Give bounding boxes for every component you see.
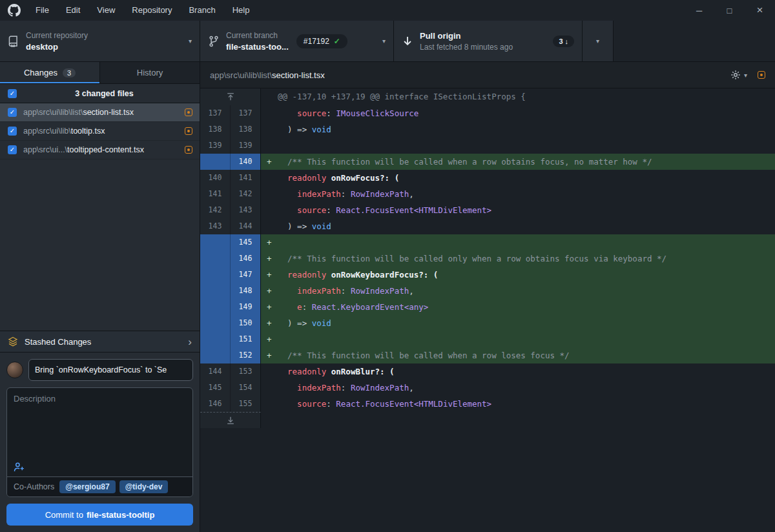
stashed-changes-label: Stashed Changes — [25, 337, 91, 347]
changed-files-label: 3 changed files — [17, 89, 192, 98]
pull-dropdown-button[interactable]: ▾ — [583, 21, 614, 61]
file-row[interactable]: ✓app\src\ui\lib\tooltip.tsx — [0, 122, 200, 141]
diff-line[interactable]: 150+ ) => void — [200, 315, 775, 331]
code-line: ) => void — [278, 218, 775, 234]
commit-description-input[interactable] — [7, 388, 192, 460]
tab-history[interactable]: History — [100, 62, 200, 83]
diff-marker: + — [261, 234, 278, 251]
commit-button[interactable]: Commit tofile-status-tooltip — [6, 504, 193, 526]
pull-origin-title: Pull origin — [420, 31, 513, 41]
diff-line[interactable]: 140+ /** This function will be called wh… — [200, 154, 775, 170]
diff-marker — [261, 138, 278, 154]
diff-line[interactable]: 147+ readonly onRowKeyboardFocus?: ( — [200, 267, 775, 283]
new-line-number: 139 — [231, 138, 261, 154]
menu-help[interactable]: Help — [224, 0, 258, 21]
diff-line[interactable]: 151+ — [200, 331, 775, 347]
pull-count-badge: 3↓ — [553, 36, 574, 47]
old-line-number — [200, 251, 231, 267]
window-controls: ─□× — [684, 0, 775, 21]
branch-switcher[interactable]: Current branch file-status-too... #17192… — [200, 21, 394, 61]
diff-marker: + — [261, 283, 278, 299]
diff-options-button[interactable]: ▾ — [730, 70, 747, 80]
diff-file-header: app\src\ui\lib\list\section-list.tsx ▾ — [200, 62, 775, 88]
file-row[interactable]: ✓app\src\ui\lib\list\section-list.tsx — [0, 103, 200, 122]
diff-line[interactable]: 144153 readonly onRowBlur?: ( — [200, 363, 775, 380]
tab-changes[interactable]: Changes3 — [0, 62, 100, 83]
expand-up-button[interactable] — [200, 88, 261, 105]
file-row[interactable]: ✓app\src\ui...\tooltipped-content.tsx — [0, 141, 200, 159]
diff-line[interactable]: 142143 source: React.FocusEvent<HTMLDivE… — [200, 202, 775, 218]
code-line: /** This function will be called when a … — [278, 154, 775, 170]
code-line: source: React.FocusEvent<HTMLDivElement> — [278, 202, 775, 218]
diff-marker — [261, 202, 278, 218]
maximize-button[interactable]: □ — [714, 0, 745, 21]
file-checkbox[interactable]: ✓ — [8, 108, 17, 117]
menu-branch[interactable]: Branch — [180, 0, 223, 21]
menu-repository[interactable]: Repository — [123, 0, 180, 21]
diff-marker: + — [261, 299, 278, 315]
pull-origin-button[interactable]: Pull origin Last fetched 8 minutes ago 3… — [394, 21, 583, 61]
menu-view[interactable]: View — [88, 0, 123, 21]
file-path: app\src\ui\lib\tooltip.tsx — [23, 127, 185, 136]
diff-hunk-header[interactable]: @@ -137,10 +137,19 @@ interface ISection… — [200, 88, 775, 105]
diff-line[interactable]: 152+ /** This function will be called wh… — [200, 347, 775, 363]
diff-line[interactable]: 141142 indexPath: RowIndexPath, — [200, 186, 775, 202]
diff-line[interactable]: 137137 source: IMouseClickSource — [200, 105, 775, 121]
github-desktop-window: FileEditViewRepositoryBranchHelp ─□× Cur… — [0, 0, 775, 532]
add-coauthor-icon[interactable] — [14, 462, 186, 473]
diff-line[interactable]: 145+ — [200, 234, 775, 251]
file-checkbox[interactable]: ✓ — [8, 145, 17, 154]
diff-file-dir: app\src\ui\lib\list\ — [210, 70, 272, 80]
coauthor-badge[interactable]: @sergiou87 — [59, 480, 115, 493]
diff-line[interactable]: 143144 ) => void — [200, 218, 775, 234]
diff-marker — [261, 363, 278, 380]
old-line-number — [200, 234, 231, 251]
diff-line[interactable]: 145154 indexPath: RowIndexPath, — [200, 380, 775, 396]
diff-line[interactable]: 146155 source: React.FocusEvent<HTMLDivE… — [200, 396, 775, 412]
menu-edit[interactable]: Edit — [57, 0, 88, 21]
diff-line[interactable]: 148+ indexPath: RowIndexPath, — [200, 283, 775, 299]
old-line-number: 145 — [200, 380, 231, 396]
coauthor-badge[interactable]: @tidy-dev — [119, 480, 169, 493]
code-line: indexPath: RowIndexPath, — [278, 186, 775, 202]
old-line-number: 139 — [200, 138, 231, 154]
expand-down-button[interactable] — [200, 412, 261, 428]
diff-line[interactable]: 146+ /** This function will be called on… — [200, 251, 775, 267]
repo-icon — [8, 36, 19, 47]
pr-status-badge[interactable]: #17192 ✓ — [296, 34, 347, 48]
new-line-number: 143 — [231, 202, 261, 218]
hunk-header-text: @@ -137,10 +137,19 @@ interface ISection… — [278, 88, 775, 105]
commit-summary-input[interactable] — [28, 359, 193, 381]
repository-label: Current repository — [26, 31, 88, 40]
branch-name: file-status-too... — [226, 42, 289, 52]
old-line-number: 137 — [200, 105, 231, 121]
code-line: /** This function will be called when a … — [278, 347, 775, 363]
new-line-number: 152 — [231, 347, 261, 363]
changes-count-badge: 3 — [63, 68, 76, 77]
old-line-number: 140 — [200, 170, 231, 186]
new-line-number: 151 — [231, 331, 261, 347]
diff-line[interactable]: 139139 — [200, 138, 775, 154]
minimize-button[interactable]: ─ — [684, 0, 714, 21]
old-line-number: 143 — [200, 218, 231, 234]
select-all-checkbox[interactable]: ✓ — [8, 89, 17, 98]
diff-file-name: section-list.tsx — [272, 70, 325, 80]
stashed-changes-row[interactable]: Stashed Changes › — [0, 331, 200, 353]
commit-form: Co-Authors @sergiou87@tidy-dev Commit to… — [0, 353, 200, 532]
close-button[interactable]: × — [745, 0, 775, 21]
diff-line[interactable]: 149+ e: React.KeyboardEvent<any> — [200, 299, 775, 315]
new-line-number: 138 — [231, 121, 261, 138]
old-line-number: 141 — [200, 186, 231, 202]
diff-body: @@ -137,10 +137,19 @@ interface ISection… — [200, 88, 775, 532]
file-checkbox[interactable]: ✓ — [8, 127, 17, 136]
toolbar-empty-space — [614, 21, 775, 61]
new-line-number: 141 — [231, 170, 261, 186]
diff-line[interactable]: 138138 ) => void — [200, 121, 775, 138]
code-line: readonly onRowBlur?: ( — [278, 363, 775, 380]
menu-file[interactable]: File — [27, 0, 57, 21]
repository-switcher[interactable]: Current repository desktop ▾ — [0, 21, 200, 61]
new-line-number: 140 — [231, 154, 261, 170]
sidebar-tabs: Changes3History — [0, 62, 200, 84]
code-line: /** This function will be called only wh… — [278, 251, 775, 267]
diff-line[interactable]: 140141 readonly onRowFocus?: ( — [200, 170, 775, 186]
